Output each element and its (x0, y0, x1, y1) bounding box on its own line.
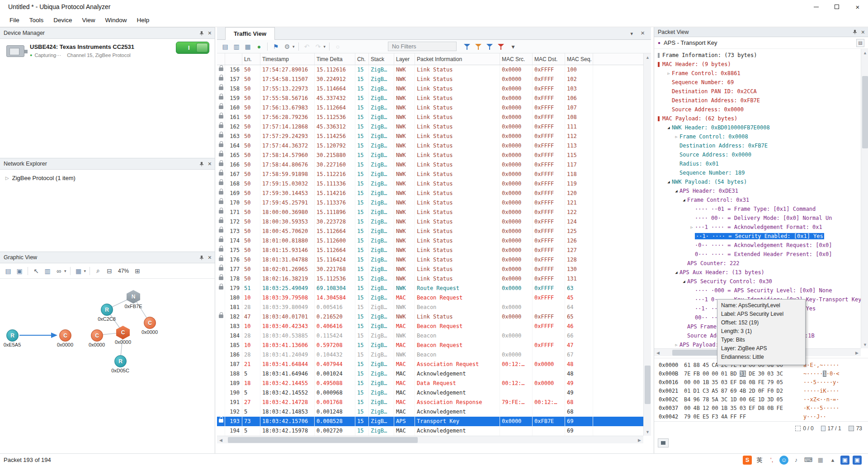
tree-node[interactable]: Frame Information: (73 bytes) (654, 51, 861, 60)
col-mac-src[interactable]: MAC Src. (500, 53, 533, 65)
packet-row-171[interactable]: 1715018:00:00.3698015.11189615ZigB…NWKLi… (217, 208, 643, 217)
filter-saved-icon[interactable] (486, 43, 495, 50)
packet-row-190[interactable]: 190518:03:42.145520.00096815ZigB…MACAckn… (217, 388, 643, 398)
scroll-up-icon[interactable]: ▲ (861, 49, 868, 57)
close-panel-icon[interactable]: × (861, 29, 865, 35)
packet-row-164[interactable]: 1645017:57:44.3637215.12079215ZigB…NWKLi… (217, 141, 643, 151)
tree-node[interactable]: ◢APS Header: 0xDE31 (654, 186, 861, 195)
layout-icon-dropdown[interactable]: ▾ (84, 269, 86, 273)
hex-row[interactable]: 0x000B7EFB000001BD31DE30033C~·····1·0·< (659, 370, 868, 378)
copy-packet-icon[interactable]: ▤ (856, 39, 864, 47)
scroll-left-icon[interactable]: ◀ (217, 436, 225, 444)
packet-row-172[interactable]: 1725018:00:30.5935330.22372815ZigB…NWKLi… (217, 217, 643, 227)
live-capture-icon[interactable]: ● (255, 42, 264, 51)
scroll-right-icon[interactable]: ▶ (636, 436, 643, 444)
tree-node[interactable]: ···· ·000 = APS Security Level: [0x0] No… (654, 286, 861, 295)
filter-apply-icon[interactable] (463, 43, 472, 50)
col-channel[interactable]: Ch. (355, 53, 369, 65)
tree-node[interactable]: MAC Payload: (62 bytes) (654, 114, 861, 123)
options-gear-icon[interactable]: ⚙ (283, 42, 292, 51)
col-layer[interactable]: Layer (394, 53, 415, 65)
col-number[interactable] (225, 53, 242, 65)
tree-node[interactable]: ◢NWK Header: 0xBD010000FB7E0008 (654, 123, 861, 132)
menu-window[interactable]: Window (100, 14, 132, 26)
packet-row-168[interactable]: 1685017:59:15.0303215.11133615ZigB…NWKLi… (217, 179, 643, 189)
filter-edit-icon[interactable] (475, 43, 484, 50)
tree-node[interactable]: ▷Frame Control: 0x0008 (654, 132, 861, 141)
packet-row-160[interactable]: 1605017:56:13.6798315.11266415ZigB…NWKLi… (217, 103, 643, 113)
tree-node[interactable]: Sequence Number: 189 (654, 168, 861, 177)
layout-corner-button[interactable] (658, 438, 669, 447)
packet-row-162[interactable]: 1625017:57:14.1286845.33631215ZigB…NWKLi… (217, 122, 643, 132)
packet-row-175[interactable]: 1755018:01:15.9314615.11266415ZigB…NWKLi… (217, 246, 643, 255)
packet-row-169[interactable]: 1695017:59:30.1445315.11421615ZigB…NWKLi… (217, 189, 643, 198)
hex-row[interactable]: 0x002CB496785A3C1D006E1D3D05··xZ<··n·=· (659, 395, 868, 404)
tree-node[interactable]: ·0·· ···· = Acknowledgement Request: [0x… (654, 241, 861, 250)
col-packet-information[interactable]: Packet Information (415, 53, 500, 65)
tree-node[interactable]: ···· 00·· = Delivery Mode: [0x0] Normal … (654, 214, 861, 223)
packet-row-194[interactable]: 194518:03:42.159780.00272015ZigB…MACAckn… (217, 426, 643, 436)
maximize-button[interactable] (826, 0, 847, 14)
select-pointer-icon[interactable]: ↖ (32, 266, 41, 276)
filter-clear-icon[interactable] (497, 43, 506, 50)
graph-canvas[interactable]: N0xFB7ER0xC2C8C0x0000R0xE5A5C0x0000C0x00… (0, 279, 214, 453)
pin-icon[interactable] (199, 31, 204, 36)
pin-icon[interactable] (853, 29, 857, 34)
tree-expander-closed[interactable]: ▷ (673, 135, 679, 139)
pinned-app-icon-1[interactable]: ▣ (840, 456, 849, 465)
tray-collapse-icon[interactable]: ▴ (828, 456, 837, 465)
close-panel-icon[interactable]: × (208, 161, 212, 167)
tree-node[interactable]: Destination Address: 0xFB7E (654, 141, 861, 150)
tree-node[interactable]: Source Address: 0x0000 (654, 105, 861, 114)
pin-icon[interactable] (199, 162, 204, 166)
node-r-0xC2C8[interactable]: R (101, 304, 113, 316)
traffic-vertical-scrollbar[interactable]: ▲ ▼ (643, 53, 651, 436)
tree-expander-open[interactable]: ◢ (673, 189, 679, 193)
col-mac-dst[interactable]: MAC Dst. (533, 53, 565, 65)
scrollbar-thumb[interactable] (645, 366, 651, 404)
packet-row-163[interactable]: 1635017:57:29.2429315.11425615ZigB…NWKLi… (217, 132, 643, 141)
tree-expander-closed[interactable]: ▷ (689, 225, 695, 229)
tree-node[interactable]: ◢NWK Payload: (54 bytes) (654, 177, 861, 186)
packet-row-159[interactable]: 1595017:55:58.5671645.33743215ZigB…NWKLi… (217, 94, 643, 103)
packet-row-156[interactable]: 1565017:54:27.8901615.11261615ZigB…NWKLi… (217, 65, 643, 75)
link-quality-icon[interactable]: ∞ (54, 266, 63, 276)
tree-node[interactable]: Destination Address: 0xFB7E (654, 96, 861, 105)
packet-row-182[interactable]: 1824718:03:40.017010.21652015ZigB…NWKLin… (217, 312, 643, 322)
menu-view[interactable]: View (77, 14, 100, 26)
close-panel-icon[interactable]: × (208, 30, 212, 36)
packet-row-191[interactable]: 1912718:03:42.147280.00176815ZigB…MACAss… (217, 398, 643, 407)
scroll-down-icon[interactable]: ▼ (861, 341, 868, 348)
col-mac-seq[interactable]: MAC Seq. (565, 53, 593, 65)
export-image-icon[interactable]: ▤ (4, 266, 13, 276)
tree-expander-open[interactable]: ◢ (681, 279, 687, 284)
tree-node[interactable]: Destination PAN ID: 0x2CCA (654, 87, 861, 96)
ime-voice-icon[interactable]: ♪ (792, 456, 801, 465)
packet-row-180[interactable]: 1801018:03:39.7950814.30458415ZigB…MACBe… (217, 293, 643, 303)
tree-expander-open[interactable]: ◢ (665, 125, 672, 130)
minimize-button[interactable] (806, 0, 826, 14)
options-gear-icon-dropdown[interactable]: ▾ (292, 44, 295, 49)
filter-list-dropdown-icon[interactable]: ▾ (509, 42, 518, 51)
hex-row[interactable]: 0x0042790EE5F34AFFFFy···J·· (659, 413, 868, 421)
tree-expander-open[interactable]: ◢ (665, 180, 672, 184)
menu-tools[interactable]: Tools (24, 14, 49, 26)
col-ln[interactable]: Ln. (242, 53, 260, 65)
node-c-0x0000[interactable]: C (116, 326, 130, 339)
col-lock[interactable] (217, 53, 225, 65)
zoom-in-button[interactable]: ⊞ (133, 266, 142, 276)
col-stack[interactable]: Stack (369, 53, 394, 65)
tab-traffic-view[interactable]: Traffic View (225, 27, 275, 40)
scroll-down-icon[interactable]: ▼ (644, 428, 651, 436)
filter-input[interactable]: No Filters (388, 42, 457, 51)
jump-forward-icon-dropdown[interactable]: ▾ (324, 44, 326, 49)
tree-node[interactable]: ◢Frame Control: 0x31 (654, 195, 861, 204)
tree-node[interactable]: ◢APS Security Control: 0x30 (654, 277, 861, 286)
packet-row-176[interactable]: 1765018:01:31.0478815.11642415ZigB…NWKLi… (217, 255, 643, 265)
copy-graph-icon[interactable]: ▣ (15, 266, 24, 276)
node-r-0xE5A5[interactable]: R (6, 329, 19, 342)
packet-list-icon[interactable]: ▥ (232, 42, 241, 51)
tree-node[interactable]: ▷Frame Control: 0x8861 (654, 69, 861, 78)
save-capture-icon[interactable]: ▤ (221, 42, 230, 51)
menu-device[interactable]: Device (48, 14, 77, 26)
